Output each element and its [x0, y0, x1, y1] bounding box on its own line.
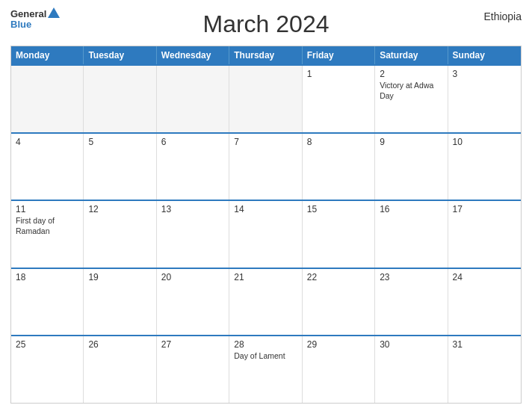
country-label: Ethiopia — [483, 10, 522, 22]
cal-cell: 10 — [448, 134, 521, 200]
logo-general-text: General — [10, 9, 46, 19]
cal-cell: 28Day of Lament — [229, 336, 302, 403]
week-row-5: 25262728Day of Lament293031 — [11, 335, 521, 403]
cal-cell: 20 — [157, 269, 229, 336]
cal-cell: 31 — [448, 336, 521, 403]
day-number: 9 — [380, 137, 442, 147]
cal-cell: 19 — [84, 269, 156, 336]
header-day-sunday: Sunday — [448, 46, 521, 64]
day-number: 20 — [161, 272, 224, 282]
day-number: 18 — [16, 272, 78, 282]
calendar-body: 12Victory at Adwa Day34567891011First da… — [11, 64, 521, 403]
day-number: 2 — [380, 69, 442, 79]
header-day-tuesday: Tuesday — [84, 46, 156, 64]
day-number: 5 — [88, 137, 151, 147]
day-number: 1 — [307, 69, 370, 79]
calendar-header-row: MondayTuesdayWednesdayThursdayFridaySatu… — [11, 46, 521, 64]
cal-cell — [229, 66, 302, 132]
cal-cell: 24 — [448, 269, 521, 336]
cal-cell: 23 — [375, 269, 448, 336]
page: General Blue March 2024 Ethiopia MondayT… — [0, 0, 532, 411]
cal-cell — [157, 66, 229, 132]
day-number: 11 — [16, 204, 78, 214]
header-day-friday: Friday — [303, 46, 375, 64]
logo: General Blue — [10, 7, 60, 29]
day-number: 25 — [16, 339, 78, 350]
logo-triangle-icon — [48, 7, 60, 18]
day-number: 3 — [453, 69, 516, 79]
cal-cell: 9 — [375, 134, 448, 200]
cal-cell: 6 — [157, 134, 229, 200]
week-row-2: 45678910 — [11, 132, 521, 200]
cal-cell: 11First day of Ramadan — [11, 201, 84, 268]
day-number: 27 — [161, 339, 224, 350]
week-row-4: 18192021222324 — [11, 268, 521, 336]
day-number: 23 — [380, 272, 442, 282]
calendar: MondayTuesdayWednesdayThursdayFridaySatu… — [10, 46, 522, 404]
header-day-thursday: Thursday — [229, 46, 302, 64]
cal-cell: 2Victory at Adwa Day — [375, 66, 448, 132]
cal-cell: 22 — [303, 269, 375, 336]
day-number: 26 — [88, 339, 151, 350]
day-number: 22 — [307, 272, 370, 282]
week-row-1: 12Victory at Adwa Day3 — [11, 64, 521, 132]
cal-cell: 8 — [303, 134, 375, 200]
day-number: 17 — [453, 204, 516, 214]
week-row-3: 11First day of Ramadan121314151617 — [11, 200, 521, 268]
cal-cell: 27 — [157, 336, 229, 403]
cal-cell: 21 — [229, 269, 302, 336]
cal-event: First day of Ramadan — [16, 216, 78, 236]
cal-cell — [11, 66, 84, 132]
logo-blue-text: Blue — [10, 19, 60, 29]
day-number: 24 — [453, 272, 516, 282]
day-number: 19 — [88, 272, 151, 282]
day-number: 13 — [161, 204, 224, 214]
logo-row1: General — [10, 7, 60, 19]
cal-cell: 25 — [11, 336, 84, 403]
day-number: 12 — [88, 204, 151, 214]
day-number: 15 — [307, 204, 370, 214]
calendar-title: March 2024 — [203, 10, 330, 38]
cal-cell: 3 — [448, 66, 521, 132]
day-number: 6 — [161, 137, 224, 147]
cal-cell: 4 — [11, 134, 84, 200]
cal-cell: 1 — [303, 66, 375, 132]
day-number: 8 — [307, 137, 370, 147]
day-number: 16 — [380, 204, 442, 214]
cal-cell: 15 — [303, 201, 375, 268]
header-day-wednesday: Wednesday — [157, 46, 229, 64]
cal-cell: 14 — [229, 201, 302, 268]
logo-inner: General Blue — [10, 7, 60, 29]
day-number: 31 — [453, 339, 516, 350]
day-number: 14 — [234, 204, 297, 214]
cal-cell: 17 — [448, 201, 521, 268]
cal-cell — [84, 66, 156, 132]
day-number: 7 — [234, 137, 297, 147]
cal-event: Day of Lament — [234, 351, 297, 362]
cal-cell: 12 — [84, 201, 156, 268]
cal-cell: 13 — [157, 201, 229, 268]
cal-cell: 5 — [84, 134, 156, 200]
day-number: 21 — [234, 272, 297, 282]
header-day-monday: Monday — [11, 46, 84, 64]
day-number: 30 — [380, 339, 442, 350]
cal-cell: 18 — [11, 269, 84, 336]
header: General Blue March 2024 Ethiopia — [10, 7, 522, 41]
cal-cell: 7 — [229, 134, 302, 200]
cal-event: Victory at Adwa Day — [380, 81, 442, 101]
cal-cell: 16 — [375, 201, 448, 268]
day-number: 29 — [307, 339, 370, 350]
header-day-saturday: Saturday — [375, 46, 448, 64]
cal-cell: 29 — [303, 336, 375, 403]
cal-cell: 26 — [84, 336, 156, 403]
day-number: 4 — [16, 137, 78, 147]
day-number: 28 — [234, 339, 297, 350]
day-number: 10 — [453, 137, 516, 147]
cal-cell: 30 — [375, 336, 448, 403]
